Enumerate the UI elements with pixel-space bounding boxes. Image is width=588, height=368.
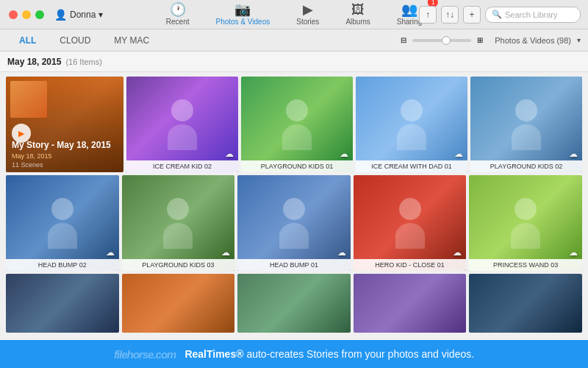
subnav-cloud[interactable]: CLOUD (48, 32, 102, 49)
list-item[interactable]: ☁ PLAYGROUND KIDS 03 (122, 175, 235, 271)
user-icon: 👤 (54, 9, 67, 21)
zoom-slider[interactable] (412, 39, 471, 42)
upload-button[interactable]: ↑ (419, 6, 437, 24)
zoom-out-icon: ⊟ (401, 36, 406, 44)
list-item[interactable]: ☁ HEAD BUMP 02 (6, 175, 119, 271)
cloud-icon: ☁ (221, 247, 230, 258)
tab-photos-label: Photos & Videos (215, 18, 270, 26)
photo-label: HEAD BUMP 02 (6, 259, 119, 271)
subnav-mymac[interactable]: MY MAC (102, 32, 161, 49)
bottom-banner: filehorse.com RealTimes® auto-creates St… (0, 340, 588, 368)
search-placeholder: Search Library (505, 10, 558, 19)
list-item[interactable]: ☁ PLAYGROUND KIDS 01 (241, 77, 353, 172)
nav-right: ↑ ↑↓ + 🔍 Search Library (419, 6, 581, 24)
photo-label: ICE CREAM WITH DAD 01 (356, 160, 467, 172)
story-date: May 18, 2015 (12, 152, 52, 160)
sharing-icon: 👥 (401, 3, 417, 16)
grid-row-1: ▶ My Story - May 18, 2015 May 18, 2015 1… (6, 77, 582, 172)
banner-suffix: auto-creates Stories from your photos an… (244, 348, 475, 360)
story-title: My Story - May 18, 2015 (12, 140, 118, 150)
list-item[interactable]: ☁ PLAYGROUND KIDS 02 (470, 77, 582, 172)
tab-recent-label: Recent (166, 18, 190, 26)
cloud-icon: ☁ (569, 247, 578, 258)
list-item[interactable] (469, 274, 582, 333)
filehorse-logo: filehorse.com (114, 348, 176, 361)
grid-row-3 (6, 274, 582, 333)
toolbar-row: May 18, 2015 (16 Items) (0, 52, 588, 72)
user-profile[interactable]: 👤 Donna ▾ (44, 9, 103, 21)
list-item[interactable]: ☁ ICE CREAM KID 02 (126, 77, 238, 172)
grid-row-2: ☁ HEAD BUMP 02 ☁ PLAYGROUND KIDS 03 ☁ HE… (6, 175, 582, 271)
list-item[interactable] (6, 274, 119, 333)
story-scenes: 11 Scenes (12, 161, 43, 169)
search-icon: 🔍 (492, 10, 502, 19)
cloud-icon: ☁ (453, 247, 462, 258)
cloud-icon: ☁ (106, 247, 115, 258)
photo-label: PRINCESS WAND 03 (469, 259, 582, 271)
close-button[interactable] (9, 10, 18, 19)
sub-nav: ALL CLOUD MY MAC ⊟ ⊞ Photos & Videos (98… (0, 29, 588, 52)
cloud-icon: ☁ (340, 149, 348, 159)
tab-recent[interactable]: 🕐 Recent (153, 0, 203, 29)
sort-button[interactable]: ↑↓ (441, 6, 459, 24)
photo-label: ICE CREAM KID 02 (126, 160, 238, 172)
filter-label[interactable]: Photos & Videos (98) (495, 36, 571, 45)
tab-photos-videos[interactable]: 📷 Photos & Videos (202, 0, 283, 29)
user-name: Donna (70, 10, 96, 20)
list-item[interactable]: ☁ ICE CREAM WITH DAD 01 (356, 77, 467, 172)
photo-label: PLAYGROUND KIDS 01 (241, 160, 353, 172)
tab-stories[interactable]: ▶ Stories (283, 0, 332, 29)
add-button[interactable]: + (463, 6, 481, 24)
albums-icon: 🖼 (351, 3, 365, 16)
stories-icon: ▶ (303, 3, 313, 16)
photos-icon: 📷 (234, 3, 251, 16)
minimize-button[interactable] (22, 10, 31, 19)
banner-text: RealTimes® auto-creates Stories from you… (184, 348, 474, 360)
tab-albums-label: Albums (345, 18, 370, 26)
photo-label: PLAYGROUND KIDS 02 (470, 160, 582, 172)
list-item[interactable] (237, 274, 351, 333)
cloud-icon: ☁ (337, 247, 346, 258)
search-box[interactable]: 🔍 Search Library (485, 7, 581, 23)
photo-label: HERO KID - CLOSE 01 (354, 259, 467, 271)
recent-icon: 🕐 (170, 3, 186, 16)
photo-label: HEAD BUMP 01 (237, 259, 351, 271)
list-item[interactable]: ☁ PRINCESS WAND 03 (469, 175, 582, 271)
cloud-icon: ☁ (454, 149, 463, 159)
chevron-down-icon: ▾ (98, 10, 103, 20)
list-item[interactable]: ☁ HEAD BUMP 01 (237, 175, 351, 271)
story-thumbnail (10, 81, 47, 118)
cloud-icon: ☁ (225, 149, 234, 159)
photo-label: PLAYGROUND KIDS 03 (122, 259, 235, 271)
item-count: (16 Items) (65, 57, 102, 66)
nav-tabs: 🕐 Recent 📷 Photos & Videos ▶ Stories 🖼 A… (153, 0, 435, 29)
list-item[interactable]: ☁ HERO KID - CLOSE 01 (354, 175, 467, 271)
date-label: May 18, 2015 (7, 57, 61, 67)
maximize-button[interactable] (35, 10, 44, 19)
traffic-lights (0, 10, 44, 19)
list-item[interactable] (354, 274, 467, 333)
story-card[interactable]: ▶ My Story - May 18, 2015 May 18, 2015 1… (6, 77, 123, 172)
photo-grid: ▶ My Story - May 18, 2015 May 18, 2015 1… (0, 72, 588, 340)
list-item[interactable] (122, 274, 235, 333)
tab-albums[interactable]: 🖼 Albums (332, 0, 383, 29)
zoom-in-icon: ⊞ (477, 36, 483, 44)
filter-chevron-icon[interactable]: ▾ (577, 36, 581, 44)
title-bar: 👤 Donna ▾ 🕐 Recent 📷 Photos & Videos ▶ S… (0, 0, 588, 29)
cloud-icon: ☁ (569, 149, 578, 159)
subnav-all[interactable]: ALL (7, 32, 48, 49)
tab-stories-label: Stories (296, 18, 319, 26)
banner-brand: RealTimes® (184, 348, 243, 360)
